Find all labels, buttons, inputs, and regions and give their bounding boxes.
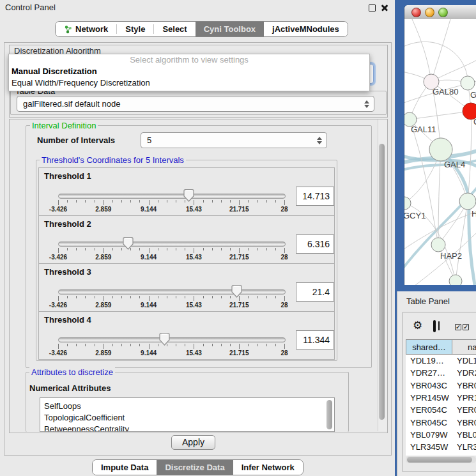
tab-infer-network[interactable]: Infer Network bbox=[233, 460, 303, 475]
threshold-value-field[interactable]: 14.713 bbox=[296, 187, 334, 206]
network-node-g[interactable] bbox=[461, 76, 475, 90]
tab-impute-data[interactable]: Impute Data bbox=[93, 460, 157, 475]
threshold-value-field[interactable]: 11.344 bbox=[296, 330, 334, 349]
network-edge[interactable] bbox=[431, 19, 450, 82]
axis-tick-label: 9.144 bbox=[141, 302, 157, 309]
network-edge[interactable] bbox=[412, 19, 431, 82]
network-canvas[interactable]: GAL80GCGAL11GAL4GCY1HHAP2 bbox=[404, 19, 476, 285]
dropdown-placeholder-item[interactable]: Select algorithm to view settings bbox=[9, 54, 369, 66]
tab-cyni-toolbox[interactable]: Cyni Toolbox bbox=[196, 22, 264, 36]
num-intervals-combo[interactable]: 5 bbox=[141, 132, 327, 148]
table-row[interactable]: YIL052CYIL0 bbox=[406, 453, 476, 456]
tab-discretize-data[interactable]: Discretize Data bbox=[157, 460, 233, 475]
table-row[interactable]: YDR27…YDR2 bbox=[406, 367, 476, 379]
cell-shared-name: YPR145W bbox=[410, 392, 449, 404]
network-node-label: GAL80 bbox=[433, 87, 458, 96]
threshold-value-field[interactable]: 21.4 bbox=[296, 282, 334, 302]
threshold-row-4: Threshold 4-3.4262.8599.14415.4321.71528… bbox=[38, 311, 335, 360]
network-icon bbox=[64, 25, 72, 34]
network-node-gal4[interactable] bbox=[429, 138, 452, 161]
threshold-slider-track[interactable] bbox=[58, 242, 286, 247]
cell-shared-name: YBL079W bbox=[410, 429, 448, 441]
table-panel-title: Table Panel bbox=[406, 296, 450, 306]
network-window-titlebar[interactable] bbox=[404, 5, 476, 20]
tab-select[interactable]: Select bbox=[154, 22, 195, 36]
close-icon[interactable] bbox=[381, 4, 388, 12]
tab-jactivemnodules[interactable]: jActiveMNodules bbox=[264, 22, 348, 36]
table-row[interactable]: YDL19…YDL1 bbox=[406, 355, 476, 367]
network-node-label: HAP2 bbox=[440, 251, 462, 261]
vertical-scrollbar-thumb[interactable] bbox=[379, 144, 385, 420]
column-header-name[interactable]: na bbox=[452, 339, 476, 355]
axis-tick-label: 21.715 bbox=[229, 254, 249, 261]
table-data-combo-value: galFiltered.sif default node bbox=[17, 99, 364, 109]
gear-icon[interactable]: ⚙ bbox=[413, 320, 422, 331]
attributes-list-scrollbar-thumb[interactable] bbox=[326, 400, 332, 429]
cell-name: YLR3 bbox=[457, 441, 476, 453]
network-node-h[interactable] bbox=[459, 193, 476, 210]
network-node-label: GAL4 bbox=[444, 160, 465, 169]
attribute-list-item[interactable]: TopologicalCoefficient bbox=[40, 412, 334, 424]
axis-tick-label: -3.426 bbox=[49, 206, 67, 213]
attribute-list-item[interactable]: SelfLoops bbox=[40, 401, 334, 412]
network-node-label: GAL11 bbox=[411, 125, 436, 134]
cell-name: YBR0 bbox=[457, 417, 476, 429]
threshold-slider-handle[interactable] bbox=[231, 285, 242, 298]
network-edge[interactable] bbox=[410, 111, 471, 119]
columns-icon[interactable] bbox=[433, 320, 436, 332]
network-edge[interactable] bbox=[456, 201, 468, 281]
tab-style[interactable]: Style bbox=[117, 22, 153, 36]
column-header-shared-name[interactable]: shared… bbox=[406, 339, 452, 355]
slider-axis-labels: -3.4262.8599.14415.4321.71528 bbox=[58, 349, 284, 357]
dropdown-item-manual-discretization[interactable]: Manual Discretization bbox=[9, 66, 369, 77]
cell-name: YDR2 bbox=[457, 367, 476, 379]
cell-name: YDL1 bbox=[457, 355, 476, 367]
threshold-slider-track[interactable] bbox=[58, 194, 286, 199]
table-row[interactable]: YBL079WYBL0 bbox=[406, 429, 476, 441]
axis-tick-label: 9.144 bbox=[141, 206, 157, 213]
checkbox-icon[interactable]: ✓ bbox=[463, 324, 469, 330]
tab-label: Impute Data bbox=[101, 463, 148, 472]
axis-tick-label: 9.144 bbox=[141, 254, 157, 261]
thresholds-group-title: Threshold's Coordinates for 5 Intervals bbox=[40, 155, 186, 165]
tab-network[interactable]: Network bbox=[56, 22, 116, 36]
bottom-tab-bar: Impute DataDiscretize DataInfer Network bbox=[92, 459, 303, 475]
minimize-light-icon[interactable] bbox=[425, 8, 434, 17]
network-edge[interactable] bbox=[410, 119, 438, 245]
horizontal-scrollbar-thumb[interactable] bbox=[407, 457, 472, 463]
threshold-slider-handle[interactable] bbox=[159, 333, 170, 346]
attribute-list-item[interactable]: BetweennessCentrality bbox=[40, 424, 334, 432]
network-node-hap2[interactable] bbox=[431, 238, 445, 252]
table-row[interactable]: YPR145WYPR1 bbox=[406, 392, 476, 404]
close-light-icon[interactable] bbox=[411, 8, 421, 17]
network-node-label: G bbox=[470, 90, 476, 100]
threshold-slider-track[interactable] bbox=[58, 289, 286, 295]
zoom-light-icon[interactable] bbox=[438, 8, 448, 17]
combo-arrows-icon bbox=[364, 100, 369, 108]
cell-shared-name: YER054C bbox=[410, 404, 447, 416]
threshold-slider-handle[interactable] bbox=[183, 189, 194, 202]
axis-tick-label: 21.715 bbox=[229, 302, 249, 309]
network-node[interactable] bbox=[449, 275, 462, 285]
threshold-slider-track[interactable] bbox=[58, 337, 286, 342]
cell-shared-name: YDL19… bbox=[410, 355, 444, 367]
horizontal-scrollbar[interactable] bbox=[406, 456, 476, 463]
screen: Control Panel NetworkStyleSelectCyni Too… bbox=[0, 0, 476, 476]
cell-name: YPR1 bbox=[457, 392, 476, 404]
interval-definition-title: Interval Definition bbox=[30, 121, 98, 130]
table-row[interactable]: YER054CYER0 bbox=[406, 404, 476, 416]
apply-button[interactable]: Apply bbox=[171, 435, 215, 450]
threshold-value-field[interactable]: 6.316 bbox=[296, 234, 334, 254]
checkbox-icon[interactable]: ✓ bbox=[455, 324, 461, 330]
table-row[interactable]: YBR043CYBR0 bbox=[406, 380, 476, 392]
table-row[interactable]: YLR345WYLR3 bbox=[406, 441, 476, 453]
float-window-icon[interactable] bbox=[369, 4, 376, 12]
table-data-combo[interactable]: galFiltered.sif default node bbox=[17, 96, 374, 112]
dropdown-item-equal-width-frequency-discretization[interactable]: Equal Width/Frequency Discretization bbox=[9, 77, 369, 89]
axis-tick-label: 15.43 bbox=[186, 206, 202, 213]
network-edge[interactable] bbox=[468, 111, 472, 201]
combo-arrows-icon bbox=[317, 137, 322, 144]
table-row[interactable]: YBR045CYBR0 bbox=[406, 417, 476, 429]
threshold-slider-handle[interactable] bbox=[123, 237, 134, 250]
cell-shared-name: YLR345W bbox=[410, 441, 448, 453]
